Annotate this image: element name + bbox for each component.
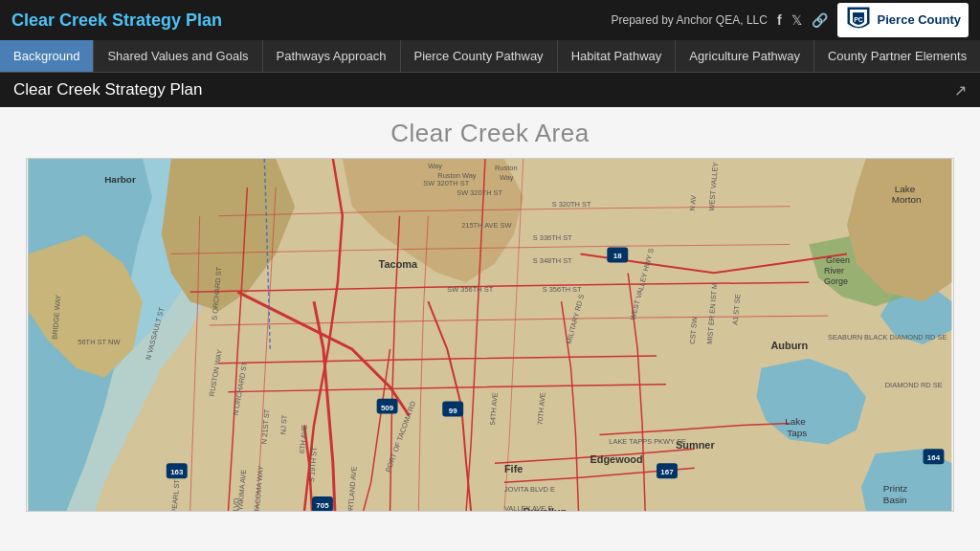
svg-text:Way: Way	[500, 173, 514, 182]
svg-text:Basin: Basin	[883, 495, 907, 505]
svg-text:JOVITA BLVD E: JOVITA BLVD E	[504, 485, 555, 494]
svg-text:SW 320TH ST: SW 320TH ST	[457, 188, 502, 197]
svg-text:18: 18	[613, 252, 622, 260]
svg-text:Lake: Lake	[895, 184, 916, 194]
app-title: Clear Creek Strategy Plan	[11, 11, 222, 31]
header: Clear Creek Strategy Plan Prepared by An…	[0, 0, 980, 40]
svg-text:River: River	[824, 266, 844, 276]
svg-text:Ruston: Ruston	[495, 164, 518, 172]
svg-text:215TH AVE SW: 215TH AVE SW	[461, 221, 511, 230]
svg-text:VALLEY AVE E: VALLEY AVE E	[504, 504, 552, 511]
map-section-title: Clear Creek Area	[390, 119, 589, 148]
tab-pierce-county-pathway[interactable]: Pierce County Pathway	[401, 40, 558, 72]
svg-text:S 348TH ST: S 348TH ST	[533, 256, 572, 265]
svg-text:S 336TH ST: S 336TH ST	[533, 233, 572, 242]
map-svg: 509 705 7 99 18 163 167 164 Harbor	[27, 159, 953, 511]
svg-text:163: 163	[170, 468, 184, 476]
svg-text:509: 509	[381, 404, 394, 412]
prepared-by-text: Prepared by Anchor QEA, LLC	[611, 13, 767, 27]
svg-text:SEABURN BLACK DIAMOND RD SE: SEABURN BLACK DIAMOND RD SE	[828, 333, 947, 342]
svg-text:PC: PC	[854, 16, 863, 23]
pierce-county-name: Pierce County	[878, 12, 961, 28]
svg-text:Taps: Taps	[787, 428, 807, 438]
svg-text:N AV: N AV	[688, 195, 698, 211]
svg-text:DIAMOND RD SE: DIAMOND RD SE	[885, 381, 943, 389]
svg-text:Gorge: Gorge	[824, 276, 848, 286]
page-title: Clear Creek Strategy Plan	[13, 80, 202, 99]
map-container[interactable]: 509 705 7 99 18 163 167 164 Harbor	[26, 158, 954, 512]
tab-county-partner-elements[interactable]: County Partner Elements	[814, 40, 980, 72]
share-button[interactable]: ↗	[954, 81, 967, 99]
svg-text:167: 167	[660, 468, 674, 476]
pierce-county-shield-icon: PC	[845, 5, 872, 35]
svg-text:S 320TH ST: S 320TH ST	[552, 200, 591, 209]
svg-text:SW 320TH ST: SW 320TH ST	[423, 179, 469, 187]
svg-text:Printz: Printz	[883, 483, 907, 494]
svg-text:S 356TH ST: S 356TH ST	[543, 285, 582, 294]
svg-text:99: 99	[449, 407, 457, 415]
svg-text:Lake: Lake	[785, 416, 806, 427]
tab-pathways-approach[interactable]: Pathways Approach	[263, 40, 401, 72]
facebook-icon[interactable]: f	[777, 12, 782, 28]
svg-text:56TH ST NW: 56TH ST NW	[78, 338, 120, 346]
svg-text:SW 356TH ST: SW 356TH ST	[447, 285, 493, 294]
main-content: Clear Creek Area	[0, 107, 980, 551]
navbar: Background Shared Values and Goals Pathw…	[0, 40, 980, 73]
svg-text:Green: Green	[826, 255, 850, 265]
svg-text:Morton: Morton	[892, 194, 922, 205]
svg-text:NJ ST: NJ ST	[278, 414, 289, 435]
svg-text:Auburn: Auburn	[770, 340, 808, 351]
tab-shared-values[interactable]: Shared Values and Goals	[94, 40, 262, 72]
svg-text:Harbor: Harbor	[104, 174, 136, 185]
svg-text:LAKE TAPPS PKWY SE: LAKE TAPPS PKWY SE	[609, 437, 686, 446]
tab-background[interactable]: Background	[0, 40, 94, 72]
link-icon[interactable]: 🔗	[812, 12, 828, 28]
pierce-county-logo: PC Pierce County	[837, 3, 969, 37]
tab-agriculture-pathway[interactable]: Agriculture Pathway	[676, 40, 814, 72]
tab-habitat-pathway[interactable]: Habitat Pathway	[558, 40, 677, 72]
svg-text:Tacoma: Tacoma	[379, 258, 418, 270]
page-title-bar: Clear Creek Strategy Plan ↗	[0, 73, 980, 107]
svg-text:Edgewood: Edgewood	[590, 453, 642, 465]
svg-text:Fife: Fife	[504, 463, 523, 474]
svg-text:Way: Way	[428, 162, 442, 170]
svg-text:705: 705	[316, 501, 329, 510]
svg-text:164: 164	[927, 453, 941, 462]
twitter-icon[interactable]: 𝕏	[791, 12, 802, 28]
header-right: Prepared by Anchor QEA, LLC f 𝕏 🔗 PC Pie…	[611, 3, 969, 37]
